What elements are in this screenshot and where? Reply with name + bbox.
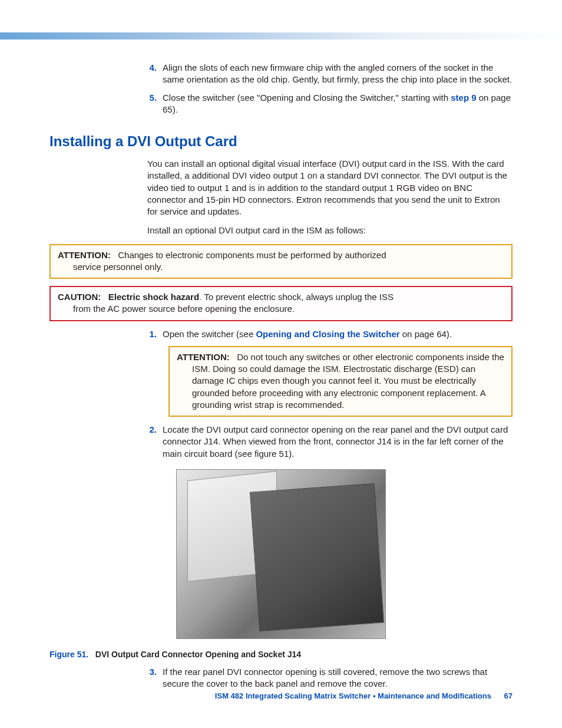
attention-label: ATTENTION: xyxy=(177,352,230,362)
cross-ref-link[interactable]: Opening and Closing the Switcher xyxy=(256,329,399,339)
caution-text-cont: from the AC power source before opening … xyxy=(58,303,504,315)
install-steps-list-cont2: 3. If the rear panel DVI connector openi… xyxy=(147,666,513,690)
cross-ref-link[interactable]: step 9 xyxy=(451,93,476,103)
section-heading: Installing a DVI Output Card xyxy=(49,133,513,150)
step-number: 2. xyxy=(147,424,163,436)
step-number: 4. xyxy=(147,62,163,74)
intro-paragraph: You can install an optional digital visu… xyxy=(147,158,513,218)
continued-steps-list: 4. Align the slots of each new firmware … xyxy=(147,62,513,116)
figure-image xyxy=(176,469,386,639)
step-number: 5. xyxy=(147,92,163,104)
attention-box: ATTENTION: Changes to electronic compone… xyxy=(49,244,513,279)
attention-text: Do not touch any switches or other elect… xyxy=(237,352,504,362)
install-steps-list: 1. Open the switcher (see Opening and Cl… xyxy=(147,328,513,340)
step-number: 1. xyxy=(147,328,163,340)
intro-paragraph-2: Install an optional DVI output card in t… xyxy=(147,225,513,236)
figure-title: DVI Output Card Connector Opening and So… xyxy=(95,650,301,659)
caution-box: CAUTION: Electric shock hazard. To preve… xyxy=(49,286,513,321)
step-number: 3. xyxy=(147,666,163,678)
caution-label: CAUTION: xyxy=(58,292,101,302)
caution-text: . To prevent electric shock, always unpl… xyxy=(199,292,394,302)
attention-box: ATTENTION: Do not touch any switches or … xyxy=(168,346,513,417)
list-item: 5. Close the switcher (see "Opening and … xyxy=(147,92,513,116)
page-number: 67 xyxy=(504,691,513,700)
step-text: Open the switcher (see Opening and Closi… xyxy=(163,328,513,340)
list-item: 1. Open the switcher (see Opening and Cl… xyxy=(147,328,513,340)
header-gradient-bar xyxy=(0,32,562,39)
step-text: Locate the DVI output card connector ope… xyxy=(163,424,513,460)
list-item: 4. Align the slots of each new firmware … xyxy=(147,62,513,86)
attention-text-cont: service personnel only. xyxy=(58,261,504,273)
attention-text-cont: ISM. Doing so could damage the ISM. Elec… xyxy=(177,363,504,411)
step-text: Close the switcher (see "Opening and Clo… xyxy=(163,92,513,116)
list-item: 2. Locate the DVI output card connector … xyxy=(147,424,513,460)
figure-label: Figure 51. xyxy=(49,650,88,659)
attention-text: Changes to electronic components must be… xyxy=(118,250,386,260)
figure-caption: Figure 51. DVI Output Card Connector Ope… xyxy=(49,650,513,659)
install-steps-list-cont: 2. Locate the DVI output card connector … xyxy=(147,424,513,460)
figure-container xyxy=(49,469,513,641)
step-text: If the rear panel DVI connector opening … xyxy=(163,666,513,690)
text: Open the switcher (see xyxy=(163,329,256,339)
text: on page 64). xyxy=(400,329,452,339)
text: Close the switcher (see "Opening and Clo… xyxy=(163,93,451,103)
attention-label: ATTENTION: xyxy=(58,250,111,260)
list-item: 3. If the rear panel DVI connector openi… xyxy=(147,666,513,690)
footer-title: ISM 482 Integrated Scaling Matrix Switch… xyxy=(215,691,491,700)
step-text: Align the slots of each new firmware chi… xyxy=(163,62,513,86)
caution-hazard: Electric shock hazard xyxy=(108,292,199,302)
page-footer: ISM 482 Integrated Scaling Matrix Switch… xyxy=(0,691,513,700)
